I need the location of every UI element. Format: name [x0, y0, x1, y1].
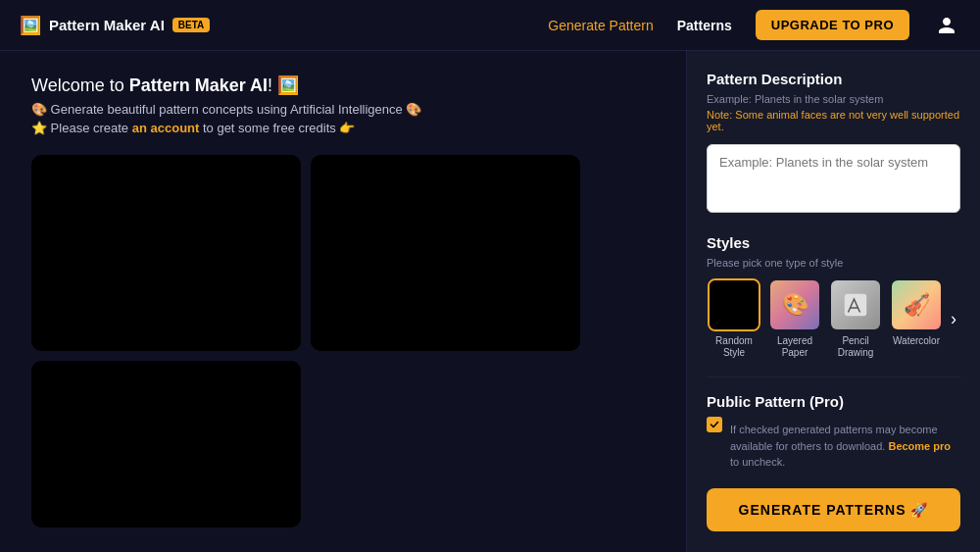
random-style-preview [710, 280, 759, 329]
styles-next-button[interactable]: › [947, 309, 960, 329]
style-label-layered: LayeredPaper [777, 335, 812, 359]
become-pro-link[interactable]: Become pro [888, 440, 951, 452]
description-warning: Note: Some animal faces are not very wel… [707, 109, 960, 132]
cta-line: ⭐ Please create an account to get some f… [31, 121, 655, 135]
generate-patterns-button[interactable]: GENERATE PATTERNS 🚀 [707, 488, 960, 531]
svg-rect-0 [845, 294, 867, 317]
styles-hint: Please pick one type of style [707, 257, 960, 269]
style-item-pencil[interactable]: PencilDrawing [828, 278, 883, 359]
pattern-thumbnail-1 [31, 155, 301, 351]
right-panel: Pattern Description Example: Planets in … [686, 51, 980, 552]
style-label-random: RandomStyle [715, 335, 753, 359]
pencil-style-preview [831, 280, 880, 329]
upgrade-button[interactable]: UPGRADE TO PRO [756, 10, 909, 40]
welcome-prefix: Welcome to [31, 75, 129, 95]
main-content: Welcome to Pattern Maker AI! 🖼️ 🎨 Genera… [0, 51, 980, 552]
user-icon[interactable] [933, 12, 960, 39]
styles-section: Styles Please pick one type of style Ran… [707, 234, 960, 359]
welcome-bold: Pattern Maker AI [129, 75, 268, 95]
style-item-layered[interactable]: 🎨 LayeredPaper [767, 278, 822, 359]
patterns-nav[interactable]: Patterns [677, 18, 732, 33]
left-panel: Welcome to Pattern Maker AI! 🖼️ 🎨 Genera… [0, 51, 686, 552]
logo-text: Pattern Maker AI [49, 17, 165, 33]
style-label-pencil: PencilDrawing [838, 335, 874, 359]
public-checkbox[interactable] [707, 417, 722, 432]
logo-icon: 🖼️ [20, 15, 41, 36]
style-label-watercolor: Watercolor [893, 335, 940, 347]
header-nav: Generate Pattern Patterns UPGRADE TO PRO [548, 10, 960, 40]
create-account-link[interactable]: an account [132, 121, 200, 135]
checkbox-row: If checked generated patterns may become… [707, 416, 960, 471]
subtitle-text: 🎨 Generate beautiful pattern concepts us… [31, 102, 655, 117]
layered-style-preview: 🎨 [770, 280, 819, 329]
welcome-title: Welcome to Pattern Maker AI! 🖼️ [31, 75, 655, 96]
pattern-thumbnail-3 [31, 361, 301, 527]
style-thumb-layered: 🎨 [768, 278, 821, 331]
style-thumb-random [708, 278, 760, 331]
pattern-grid [31, 155, 580, 527]
style-thumb-watercolor: 🎻 [890, 278, 943, 331]
style-item-watercolor[interactable]: 🎻 Watercolor [889, 278, 943, 359]
styles-row: RandomStyle 🎨 LayeredPaper [707, 278, 960, 359]
public-title: Public Pattern (Pro) [707, 393, 960, 410]
public-desc-suffix: to uncheck. [730, 456, 785, 468]
style-item-random[interactable]: RandomStyle [707, 278, 761, 359]
styles-scroll: RandomStyle 🎨 LayeredPaper [707, 278, 943, 359]
public-description: If checked generated patterns may become… [730, 422, 960, 471]
description-input[interactable] [707, 144, 960, 213]
style-thumb-pencil [829, 278, 882, 331]
beta-badge: BETA [172, 18, 210, 32]
cta-prefix: ⭐ Please create [31, 121, 132, 135]
logo-area: 🖼️ Pattern Maker AI BETA [20, 15, 210, 36]
cta-suffix: to get some free credits 👉 [199, 121, 355, 135]
welcome-emoji: 🖼️ [277, 75, 299, 95]
description-title: Pattern Description [707, 71, 960, 87]
generate-pattern-nav[interactable]: Generate Pattern [548, 18, 653, 33]
watercolor-style-preview: 🎻 [892, 280, 941, 329]
description-hint: Example: Planets in the solar system [707, 93, 960, 105]
public-section: Public Pattern (Pro) If checked generate… [707, 376, 960, 471]
pattern-thumbnail-2 [311, 155, 580, 351]
styles-title: Styles [707, 234, 960, 251]
header: 🖼️ Pattern Maker AI BETA Generate Patter… [0, 0, 980, 51]
